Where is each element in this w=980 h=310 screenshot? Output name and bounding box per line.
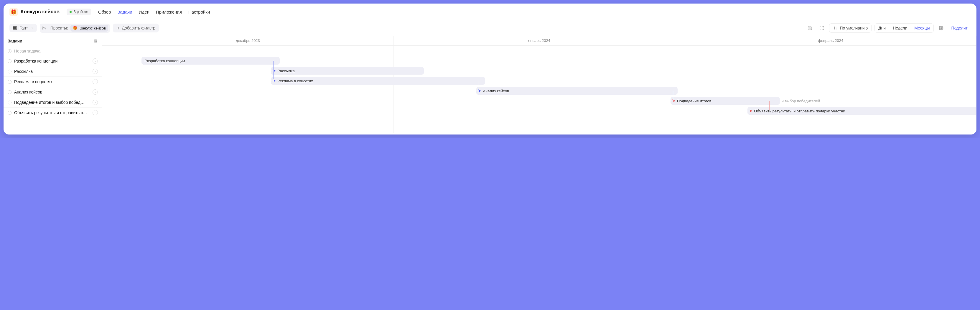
- view-selector[interactable]: Гант: [10, 24, 37, 32]
- filter-chip-label: Конкурс кейсов: [79, 26, 106, 30]
- gantt-bar[interactable]: Подведение итогови выбор победителей: [671, 97, 780, 105]
- status-circle-icon[interactable]: [8, 80, 11, 84]
- svg-rect-1: [13, 28, 16, 29]
- dependency-marker-icon: [673, 100, 675, 102]
- gantt-bar-overflow: и выбор победителей: [782, 99, 820, 103]
- sidebar: Задачи + Новая задача Разработка концепц…: [3, 36, 102, 133]
- svg-point-6: [940, 27, 942, 29]
- header: 🎁 Конкурс кейсов В работе Обзор Задачи И…: [3, 3, 977, 20]
- row-action-icon[interactable]: ›: [92, 69, 98, 74]
- gantt-rows: Разработка концепцииРассылкаРеклама в со…: [102, 46, 977, 116]
- tab-tasks[interactable]: Задачи: [117, 10, 132, 14]
- filter-chip-project[interactable]: 🎁 Конкурс кейсов: [70, 25, 108, 32]
- status-circle-icon[interactable]: [8, 90, 11, 94]
- share-button[interactable]: Поделит: [948, 24, 970, 32]
- new-task-row[interactable]: + Новая задача: [3, 46, 102, 56]
- dependency-line: [769, 101, 770, 110]
- svg-point-4: [43, 27, 44, 28]
- sidebar-header-label: Задачи: [8, 38, 22, 43]
- dependency-marker-icon: [274, 80, 275, 82]
- gantt-header: декабрь 2023январь 2024февраль 2024: [102, 36, 977, 46]
- svg-point-5: [45, 28, 45, 29]
- add-filter-button[interactable]: Добавить фильтр: [113, 24, 159, 32]
- gantt-bar[interactable]: Объявить результаты и отправить подарки …: [748, 107, 977, 115]
- task-name: Подведение итогов и выбор побед…: [14, 100, 90, 105]
- svg-point-3: [42, 28, 43, 29]
- zoom-days[interactable]: Дни: [875, 24, 889, 32]
- gantt-bar-label: Разработка концепции: [145, 59, 185, 63]
- task-row[interactable]: Объявить результаты и отправить п… ›: [3, 108, 102, 118]
- save-icon: [808, 26, 812, 30]
- chevron-right-icon: [30, 26, 34, 30]
- view-label: Гант: [19, 26, 28, 30]
- content: Задачи + Новая задача Разработка концепц…: [3, 36, 977, 133]
- sliders-icon[interactable]: [41, 26, 46, 30]
- dependency-marker-icon: [750, 110, 752, 112]
- status-circle-icon[interactable]: [8, 101, 11, 104]
- row-action-icon[interactable]: ›: [92, 58, 98, 64]
- project-title: Конкурс кейсов: [21, 9, 59, 15]
- task-name: Анализ кейсов: [14, 89, 90, 94]
- task-name: Реклама в соцсетях: [14, 79, 90, 84]
- svg-point-7: [94, 41, 95, 42]
- nav-tabs: Обзор Задачи Идеи Приложения Настройки: [98, 10, 210, 14]
- row-action-icon[interactable]: ›: [92, 89, 98, 95]
- status-badge[interactable]: В работе: [67, 8, 91, 15]
- settings-icon-button[interactable]: [937, 24, 945, 32]
- sort-label: По умолчанию: [840, 26, 868, 30]
- gantt-bar[interactable]: Рассылка: [271, 67, 424, 75]
- gantt-bar-label: Реклама в соцсетях: [277, 79, 313, 83]
- dependency-line: [475, 81, 479, 90]
- gantt-bar-label: Объявить результаты и отправить подарки …: [754, 109, 845, 113]
- gear-icon: [939, 26, 943, 30]
- row-action-icon[interactable]: ›: [92, 79, 98, 85]
- task-row[interactable]: Разработка концепции ›: [3, 56, 102, 66]
- svg-point-8: [95, 40, 96, 41]
- sort-icon: [833, 26, 838, 30]
- add-filter-label: Добавить фильтр: [122, 26, 155, 30]
- tab-ideas[interactable]: Идеи: [139, 10, 150, 14]
- row-action-icon[interactable]: ›: [92, 110, 98, 115]
- new-task-label: Новая задача: [14, 49, 98, 53]
- zoom-weeks[interactable]: Недели: [889, 24, 911, 32]
- task-row[interactable]: Подведение итогов и выбор побед… ›: [3, 97, 102, 108]
- tab-settings[interactable]: Настройки: [188, 10, 210, 14]
- plus-icon: [116, 26, 120, 30]
- expand-icon: [819, 26, 824, 30]
- status-circle-icon[interactable]: [8, 59, 11, 63]
- dependency-line: [667, 91, 673, 100]
- gantt-bar[interactable]: Реклама в соцсетях: [271, 77, 485, 85]
- save-icon-button[interactable]: [805, 24, 815, 32]
- status-circle-icon[interactable]: [8, 111, 11, 115]
- gift-icon: 🎁: [73, 26, 77, 30]
- timeline-column: январь 2024: [394, 36, 685, 45]
- task-name: Рассылка: [14, 69, 90, 74]
- task-row[interactable]: Анализ кейсов ›: [3, 87, 102, 97]
- gantt-bar[interactable]: Анализ кейсов: [476, 87, 677, 95]
- status-circle-icon[interactable]: [8, 70, 11, 74]
- sort-button[interactable]: По умолчанию: [829, 23, 872, 33]
- task-name: Объявить результаты и отправить п…: [14, 110, 90, 115]
- task-row[interactable]: Реклама в соцсетях ›: [3, 77, 102, 87]
- tab-overview[interactable]: Обзор: [98, 10, 111, 14]
- sliders-icon[interactable]: [93, 38, 98, 43]
- task-name: Разработка концепции: [14, 59, 90, 64]
- tab-apps[interactable]: Приложения: [156, 10, 182, 14]
- list-icon: [13, 26, 17, 30]
- zoom-months[interactable]: Месяцы: [911, 24, 933, 32]
- filter-projects-label: Проекты:: [49, 26, 68, 30]
- toolbar: Гант Проекты: 🎁 Конкурс кейсов Добавить …: [3, 20, 977, 36]
- timeline-column: декабрь 2023: [102, 36, 394, 45]
- filter-group: Проекты: 🎁 Конкурс кейсов: [40, 24, 110, 33]
- gantt-bar-label: Подведение итогов: [677, 99, 711, 103]
- svg-rect-2: [13, 29, 16, 30]
- svg-rect-0: [13, 27, 16, 27]
- gantt-bar[interactable]: Разработка концепции: [142, 57, 280, 65]
- project-icon: 🎁: [10, 8, 18, 16]
- gantt-bar-label: Рассылка: [277, 69, 295, 73]
- status-label: В работе: [73, 10, 88, 14]
- gantt-area[interactable]: декабрь 2023январь 2024февраль 2024 Разр…: [102, 36, 977, 133]
- row-action-icon[interactable]: ›: [92, 100, 98, 105]
- task-row[interactable]: Рассылка ›: [3, 66, 102, 77]
- expand-icon-button[interactable]: [817, 24, 826, 32]
